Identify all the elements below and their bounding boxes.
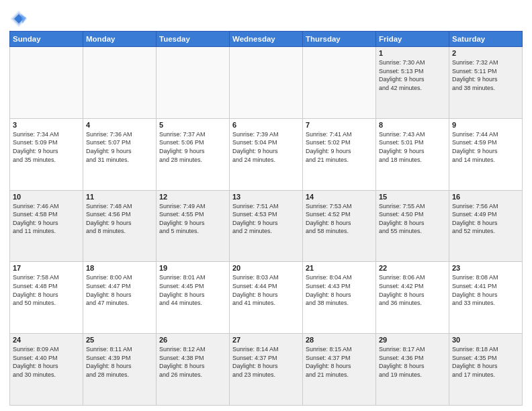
day-number: 16 — [452, 193, 519, 201]
day-info: Sunrise: 7:39 AM Sunset: 5:04 PM Dayligh… — [232, 130, 300, 164]
calendar-cell: 23Sunrise: 8:08 AM Sunset: 4:41 PM Dayli… — [449, 262, 523, 334]
day-number: 15 — [379, 193, 446, 201]
day-number: 1 — [379, 49, 446, 57]
day-info: Sunrise: 8:09 AM Sunset: 4:40 PM Dayligh… — [13, 345, 80, 379]
day-number: 14 — [306, 193, 373, 201]
day-info: Sunrise: 7:56 AM Sunset: 4:49 PM Dayligh… — [452, 202, 519, 236]
day-info: Sunrise: 7:55 AM Sunset: 4:50 PM Dayligh… — [379, 202, 446, 236]
day-number: 19 — [159, 264, 226, 272]
logo-icon — [9, 9, 28, 28]
day-number: 24 — [13, 336, 80, 344]
page: SundayMondayTuesdayWednesdayThursdayFrid… — [0, 0, 532, 411]
day-number: 2 — [452, 49, 519, 57]
calendar-cell: 13Sunrise: 7:51 AM Sunset: 4:53 PM Dayli… — [230, 190, 303, 262]
calendar-cell: 12Sunrise: 7:49 AM Sunset: 4:55 PM Dayli… — [157, 190, 230, 262]
day-number: 10 — [13, 193, 80, 201]
day-number: 25 — [86, 336, 153, 344]
weekday-header-row: SundayMondayTuesdayWednesdayThursdayFrid… — [10, 32, 523, 47]
day-number: 11 — [86, 193, 153, 201]
day-number: 28 — [306, 336, 373, 344]
day-info: Sunrise: 8:15 AM Sunset: 4:37 PM Dayligh… — [306, 345, 373, 379]
calendar-cell — [10, 47, 83, 119]
day-info: Sunrise: 7:48 AM Sunset: 4:56 PM Dayligh… — [86, 202, 153, 236]
day-info: Sunrise: 8:08 AM Sunset: 4:41 PM Dayligh… — [452, 273, 519, 307]
day-number: 26 — [159, 336, 226, 344]
calendar-cell: 3Sunrise: 7:34 AM Sunset: 5:09 PM Daylig… — [10, 118, 83, 190]
day-number: 13 — [232, 193, 300, 201]
week-row-3: 17Sunrise: 7:58 AM Sunset: 4:48 PM Dayli… — [10, 262, 523, 334]
day-info: Sunrise: 7:37 AM Sunset: 5:06 PM Dayligh… — [159, 130, 226, 164]
week-row-4: 24Sunrise: 8:09 AM Sunset: 4:40 PM Dayli… — [10, 334, 523, 406]
calendar-cell: 4Sunrise: 7:36 AM Sunset: 5:07 PM Daylig… — [83, 118, 157, 190]
day-info: Sunrise: 7:58 AM Sunset: 4:48 PM Dayligh… — [13, 273, 80, 307]
day-info: Sunrise: 7:43 AM Sunset: 5:01 PM Dayligh… — [379, 130, 446, 164]
calendar-cell: 29Sunrise: 8:17 AM Sunset: 4:36 PM Dayli… — [376, 334, 449, 406]
weekday-header-saturday: Saturday — [449, 32, 523, 47]
day-number: 22 — [379, 264, 446, 272]
day-info: Sunrise: 7:34 AM Sunset: 5:09 PM Dayligh… — [13, 130, 80, 164]
day-number: 29 — [379, 336, 446, 344]
day-info: Sunrise: 7:46 AM Sunset: 4:58 PM Dayligh… — [13, 202, 80, 236]
weekday-header-monday: Monday — [83, 32, 157, 47]
calendar-cell: 14Sunrise: 7:53 AM Sunset: 4:52 PM Dayli… — [303, 190, 376, 262]
calendar-cell: 7Sunrise: 7:41 AM Sunset: 5:02 PM Daylig… — [303, 118, 376, 190]
day-number: 27 — [232, 336, 300, 344]
calendar-cell: 8Sunrise: 7:43 AM Sunset: 5:01 PM Daylig… — [376, 118, 449, 190]
calendar-cell: 26Sunrise: 8:12 AM Sunset: 4:38 PM Dayli… — [157, 334, 230, 406]
day-info: Sunrise: 7:53 AM Sunset: 4:52 PM Dayligh… — [306, 202, 373, 236]
calendar-cell: 1Sunrise: 7:30 AM Sunset: 5:13 PM Daylig… — [376, 47, 449, 119]
day-info: Sunrise: 8:12 AM Sunset: 4:38 PM Dayligh… — [159, 345, 226, 379]
day-number: 23 — [452, 264, 519, 272]
weekday-header-tuesday: Tuesday — [157, 32, 230, 47]
calendar-cell: 21Sunrise: 8:04 AM Sunset: 4:43 PM Dayli… — [303, 262, 376, 334]
day-info: Sunrise: 8:01 AM Sunset: 4:45 PM Dayligh… — [159, 273, 226, 307]
calendar-cell: 22Sunrise: 8:06 AM Sunset: 4:42 PM Dayli… — [376, 262, 449, 334]
calendar-cell — [303, 47, 376, 119]
day-number: 9 — [452, 121, 519, 129]
day-number: 3 — [13, 121, 80, 129]
day-number: 20 — [232, 264, 300, 272]
calendar-cell: 19Sunrise: 8:01 AM Sunset: 4:45 PM Dayli… — [157, 262, 230, 334]
day-info: Sunrise: 7:44 AM Sunset: 4:59 PM Dayligh… — [452, 130, 519, 164]
day-number: 12 — [159, 193, 226, 201]
day-info: Sunrise: 8:18 AM Sunset: 4:35 PM Dayligh… — [452, 345, 519, 379]
calendar-cell: 11Sunrise: 7:48 AM Sunset: 4:56 PM Dayli… — [83, 190, 157, 262]
day-number: 8 — [379, 121, 446, 129]
calendar-cell: 16Sunrise: 7:56 AM Sunset: 4:49 PM Dayli… — [449, 190, 523, 262]
calendar-cell — [83, 47, 157, 119]
calendar-table: SundayMondayTuesdayWednesdayThursdayFrid… — [9, 31, 523, 406]
calendar-cell: 17Sunrise: 7:58 AM Sunset: 4:48 PM Dayli… — [10, 262, 83, 334]
calendar-cell: 20Sunrise: 8:03 AM Sunset: 4:44 PM Dayli… — [230, 262, 303, 334]
day-info: Sunrise: 7:41 AM Sunset: 5:02 PM Dayligh… — [306, 130, 373, 164]
day-number: 6 — [232, 121, 300, 129]
calendar-cell: 2Sunrise: 7:32 AM Sunset: 5:11 PM Daylig… — [449, 47, 523, 119]
day-info: Sunrise: 8:00 AM Sunset: 4:47 PM Dayligh… — [86, 273, 153, 307]
day-info: Sunrise: 8:17 AM Sunset: 4:36 PM Dayligh… — [379, 345, 446, 379]
day-info: Sunrise: 8:06 AM Sunset: 4:42 PM Dayligh… — [379, 273, 446, 307]
day-info: Sunrise: 7:36 AM Sunset: 5:07 PM Dayligh… — [86, 130, 153, 164]
calendar-cell: 27Sunrise: 8:14 AM Sunset: 4:37 PM Dayli… — [230, 334, 303, 406]
weekday-header-thursday: Thursday — [303, 32, 376, 47]
weekday-header-friday: Friday — [376, 32, 449, 47]
calendar-cell — [230, 47, 303, 119]
calendar-cell — [157, 47, 230, 119]
day-number: 21 — [306, 264, 373, 272]
calendar-cell: 6Sunrise: 7:39 AM Sunset: 5:04 PM Daylig… — [230, 118, 303, 190]
weekday-header-wednesday: Wednesday — [230, 32, 303, 47]
calendar-cell: 25Sunrise: 8:11 AM Sunset: 4:39 PM Dayli… — [83, 334, 157, 406]
day-info: Sunrise: 7:32 AM Sunset: 5:11 PM Dayligh… — [452, 58, 519, 92]
day-info: Sunrise: 7:30 AM Sunset: 5:13 PM Dayligh… — [379, 58, 446, 92]
calendar-cell: 9Sunrise: 7:44 AM Sunset: 4:59 PM Daylig… — [449, 118, 523, 190]
calendar-cell: 28Sunrise: 8:15 AM Sunset: 4:37 PM Dayli… — [303, 334, 376, 406]
week-row-1: 3Sunrise: 7:34 AM Sunset: 5:09 PM Daylig… — [10, 118, 523, 190]
day-number: 17 — [13, 264, 80, 272]
calendar-cell: 18Sunrise: 8:00 AM Sunset: 4:47 PM Dayli… — [83, 262, 157, 334]
day-info: Sunrise: 8:04 AM Sunset: 4:43 PM Dayligh… — [306, 273, 373, 307]
day-number: 18 — [86, 264, 153, 272]
weekday-header-sunday: Sunday — [10, 32, 83, 47]
calendar-cell: 24Sunrise: 8:09 AM Sunset: 4:40 PM Dayli… — [10, 334, 83, 406]
calendar-cell: 15Sunrise: 7:55 AM Sunset: 4:50 PM Dayli… — [376, 190, 449, 262]
day-info: Sunrise: 8:14 AM Sunset: 4:37 PM Dayligh… — [232, 345, 300, 379]
day-number: 4 — [86, 121, 153, 129]
week-row-0: 1Sunrise: 7:30 AM Sunset: 5:13 PM Daylig… — [10, 47, 523, 119]
